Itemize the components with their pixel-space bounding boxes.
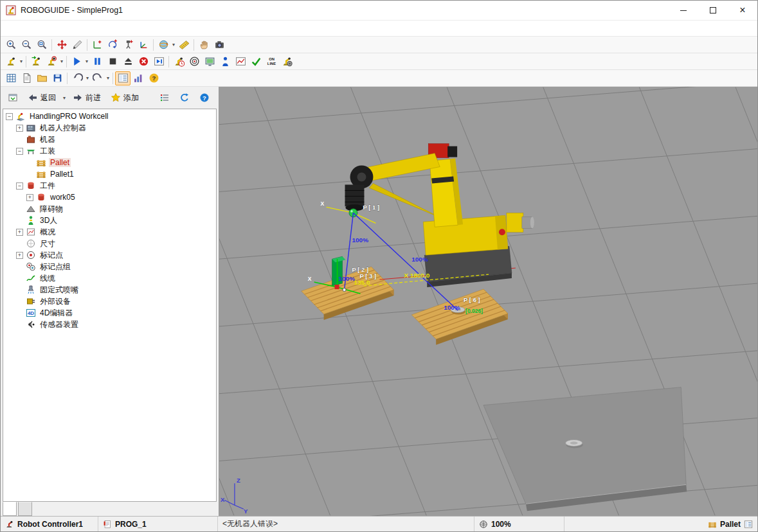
profiler-icon[interactable] — [233, 55, 248, 69]
tree-expander[interactable]: + — [16, 125, 23, 132]
tree-item[interactable]: 外部设备 — [3, 296, 216, 307]
abort-icon[interactable] — [136, 55, 151, 69]
profiler-chart-icon[interactable] — [131, 71, 146, 85]
view-orbit-icon[interactable] — [156, 38, 171, 52]
tree-item[interactable]: − HandlingPRO Workcell — [3, 111, 216, 122]
tree-expander[interactable]: − — [6, 113, 13, 120]
menu-item[interactable] — [73, 26, 84, 31]
dropdown-caret-icon[interactable]: ▾ — [19, 58, 24, 64]
zoom-out-icon[interactable] — [19, 38, 34, 52]
tree-item[interactable]: − 工装 — [3, 145, 216, 157]
jog-robot-icon[interactable] — [44, 55, 59, 69]
menu-item[interactable] — [107, 26, 119, 31]
menu-item[interactable] — [119, 26, 131, 31]
save-cell-icon[interactable] — [50, 71, 65, 85]
teach-robot-icon[interactable] — [3, 55, 19, 69]
menu-item[interactable] — [50, 26, 61, 31]
maximize-button[interactable] — [698, 1, 728, 20]
menu-item[interactable] — [38, 26, 50, 31]
pan-view-icon[interactable] — [54, 38, 69, 52]
cell-browser-status-icon[interactable] — [744, 520, 753, 529]
pause-icon[interactable] — [89, 55, 105, 69]
close-button[interactable]: × — [728, 1, 757, 20]
zoom-window-icon[interactable] — [34, 38, 50, 52]
online-mode-icon[interactable] — [264, 55, 279, 69]
status-controller[interactable]: Robot Controller1 — [1, 517, 98, 531]
step-mode-icon[interactable] — [151, 55, 167, 69]
robot-settings-icon[interactable] — [279, 55, 294, 69]
menu-item[interactable] — [15, 26, 26, 31]
dropdown-caret-icon[interactable]: ▾ — [105, 75, 111, 81]
sidebar-tab[interactable] — [3, 502, 17, 516]
back-history-caret-icon[interactable]: ▾ — [62, 95, 67, 101]
tree-item[interactable]: Pallet1 — [3, 168, 216, 180]
tree-expander[interactable]: − — [16, 148, 23, 155]
tree-item[interactable]: + 概况 — [3, 226, 216, 238]
workcell-grid-icon[interactable] — [3, 71, 19, 85]
forward-button[interactable]: 前进 — [69, 90, 105, 106]
cycle-time-icon[interactable] — [171, 55, 186, 69]
move-user-frame-icon[interactable] — [136, 38, 151, 52]
draw-measure-icon[interactable] — [69, 38, 85, 52]
dropdown-caret-icon[interactable]: ▾ — [59, 58, 64, 64]
teach-pendant-icon[interactable] — [202, 55, 217, 69]
grab-view-icon[interactable] — [196, 38, 212, 52]
zoom-in-icon[interactable] — [3, 38, 19, 52]
dropdown-caret-icon[interactable]: ▾ — [84, 58, 89, 64]
3d-viewport[interactable]: P [ 1 ] 100% 100% 100% 100% P [ 2 ] P [ … — [219, 87, 757, 516]
redo-icon[interactable] — [90, 71, 105, 85]
tree-item[interactable]: 标记点组 — [3, 261, 216, 272]
tree-item[interactable]: + 机器人控制器 — [3, 122, 216, 134]
tree-item[interactable]: − 工件 — [3, 180, 216, 191]
rotate-object-icon[interactable] — [105, 38, 120, 52]
snapshot-icon[interactable] — [212, 38, 227, 52]
tree-expander[interactable]: + — [16, 252, 23, 259]
eject-icon[interactable] — [120, 55, 136, 69]
browser-help-icon[interactable] — [195, 90, 213, 105]
status-selection[interactable]: Pallet — [564, 517, 757, 531]
help-icon[interactable] — [146, 71, 161, 85]
collision-check-icon[interactable] — [186, 55, 202, 69]
dropdown-caret-icon[interactable]: ▾ — [171, 42, 176, 48]
document-report-icon[interactable] — [19, 71, 34, 85]
undo-icon[interactable] — [69, 71, 85, 85]
menu-item[interactable] — [84, 26, 96, 31]
status-program[interactable]: PROG_1 — [98, 517, 218, 531]
tree-item[interactable]: + 标记点 — [3, 249, 216, 261]
tree-expander[interactable]: − — [16, 182, 23, 190]
tree-item[interactable]: 4D编辑器 — [3, 307, 216, 319]
tree-item[interactable]: 障碍物 — [3, 203, 216, 215]
tree-item[interactable]: 固定式喷嘴 — [3, 284, 216, 296]
measure-ruler-icon[interactable] — [176, 38, 192, 52]
move-tool-frame-icon[interactable] — [120, 38, 136, 52]
menu-item[interactable] — [61, 26, 73, 31]
run-play-icon[interactable] — [69, 55, 84, 69]
list-view-icon[interactable] — [156, 90, 174, 105]
tree-item[interactable]: 机器 — [3, 134, 216, 145]
operator-view-icon[interactable] — [217, 55, 233, 69]
tree-item[interactable]: 尺寸 — [3, 238, 216, 249]
add-button[interactable]: 添加 — [107, 90, 143, 106]
minimize-button[interactable] — [669, 1, 698, 20]
tree-item[interactable]: Pallet — [3, 157, 216, 168]
open-cell-icon[interactable] — [34, 71, 50, 85]
tree-item[interactable]: 传感器装置 — [3, 319, 216, 330]
sync-check-icon[interactable] — [248, 55, 264, 69]
dropdown-caret-icon[interactable]: ▾ — [85, 75, 90, 81]
menu-item[interactable] — [3, 26, 15, 31]
tree-expander[interactable]: + — [26, 194, 33, 201]
tree-item[interactable]: 线缆 — [3, 272, 216, 284]
tree-item[interactable]: 3D人 — [3, 215, 216, 226]
sidebar-tab[interactable] — [18, 502, 32, 516]
back-button[interactable]: 返回 — [24, 90, 60, 106]
move-object-axis-icon[interactable] — [89, 38, 105, 52]
stop-icon[interactable] — [105, 55, 120, 69]
move-robot-icon[interactable] — [28, 55, 44, 69]
status-override[interactable]: 100% — [474, 517, 564, 531]
tree-expander[interactable]: + — [16, 229, 23, 236]
menu-item[interactable] — [96, 26, 107, 31]
dock-browser-icon[interactable] — [4, 90, 22, 105]
tree-item[interactable]: + work05 — [3, 191, 216, 203]
cell-browser-toggle-icon[interactable] — [115, 71, 131, 85]
refresh-icon[interactable] — [176, 90, 194, 105]
